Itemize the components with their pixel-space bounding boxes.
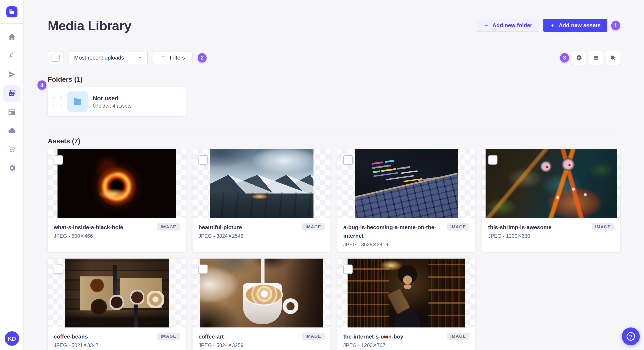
asset-name: what-s-inside-a-black-hole <box>54 223 153 232</box>
asset-type-badge: IMAGE <box>592 223 614 230</box>
mantis-shrimp-photo <box>486 149 617 218</box>
folder-card-not-used[interactable]: Not used 0 folder, 4 assets <box>48 87 186 116</box>
workspace-logo-wrap <box>0 0 24 24</box>
asset-name: the-internet-s-own-boy <box>343 333 442 341</box>
sort-dropdown[interactable]: Most recent uploads <box>68 51 148 64</box>
feather-icon <box>8 51 16 60</box>
asset-card-coffee-beans[interactable]: coffee-beans JPEG - 5021✕3347 IMAGE <box>48 259 186 350</box>
asset-card-internet-own-boy[interactable]: the-internet-s-own-boy JPEG - 1200✕707 I… <box>337 259 475 350</box>
asset-thumbnail <box>482 149 620 218</box>
asset-checkbox[interactable] <box>488 155 498 165</box>
help-fab-button[interactable]: ? <box>622 328 640 345</box>
add-new-assets-button[interactable]: Add new assets <box>543 19 607 32</box>
sidebar-item-releases[interactable] <box>2 65 21 84</box>
asset-meta: JPEG - 5021✕3347 <box>54 342 153 348</box>
home-icon <box>8 33 16 41</box>
asset-checkbox[interactable] <box>198 155 208 165</box>
main-area: Media Library Add new folder Add new ass… <box>24 0 644 350</box>
folder-meta: 0 folder, 4 assets <box>93 103 132 109</box>
list-view-button[interactable] <box>589 50 603 65</box>
asset-type-badge: IMAGE <box>157 333 180 340</box>
asset-info: what-s-inside-a-black-hole JPEG - 800✕46… <box>48 218 186 244</box>
sidebar-item-settings[interactable] <box>2 159 21 177</box>
asset-text: what-s-inside-a-black-hole JPEG - 800✕46… <box>54 223 157 239</box>
add-new-folder-button[interactable]: Add new folder <box>476 19 539 32</box>
asset-info: coffee-beans JPEG - 5021✕3347 IMAGE <box>48 328 186 350</box>
asset-checkbox[interactable] <box>343 155 353 165</box>
section-divider <box>48 128 620 128</box>
asset-card-coffee-art[interactable]: coffee-art JPEG - 5824✕3259 IMAGE <box>192 259 330 350</box>
add-new-assets-label: Add new assets <box>558 22 600 28</box>
asset-checkbox[interactable] <box>343 265 353 274</box>
active-nav-highlight <box>3 85 20 102</box>
asset-info: this-shrimp-is-awesome JPEG - 1200✕630 I… <box>482 218 620 244</box>
asset-name: coffee-art <box>198 333 298 341</box>
asset-info: coffee-art JPEG - 5824✕3259 IMAGE <box>192 328 330 350</box>
sidebar-nav <box>0 24 24 177</box>
coffee-beans-photo <box>65 259 168 328</box>
select-all-checkbox[interactable] <box>52 54 60 62</box>
media-library-app: KD Media Library Add new folder Add new … <box>0 0 644 350</box>
asset-card-beautiful-picture[interactable]: beautiful-picture JPEG - 3824✕2548 IMAGE <box>192 149 330 252</box>
sidebar-item-marketplace[interactable] <box>2 140 21 159</box>
asset-card-bug-meme[interactable]: a-bug-is-becoming-a-meme-on-the-internet… <box>337 149 475 252</box>
paper-plane-icon <box>8 70 16 79</box>
asset-card-shrimp[interactable]: this-shrimp-is-awesome JPEG - 1200✕630 I… <box>482 149 620 252</box>
filters-button[interactable]: Filters <box>153 51 192 64</box>
user-avatar[interactable]: KD <box>5 331 19 346</box>
asset-thumbnail <box>48 259 186 328</box>
asset-text: beautiful-picture JPEG - 3824✕2548 <box>198 223 302 239</box>
asset-meta: JPEG - 5824✕3259 <box>198 342 298 348</box>
asset-thumbnail <box>337 259 475 328</box>
asset-text: the-internet-s-own-boy JPEG - 1200✕707 <box>343 333 447 348</box>
search-button[interactable] <box>606 50 620 65</box>
asset-type-badge: IMAGE <box>157 223 180 230</box>
asset-card-black-hole[interactable]: what-s-inside-a-black-hole JPEG - 800✕46… <box>48 149 186 252</box>
assets-heading: Assets (7) <box>48 137 620 146</box>
asset-name: this-shrimp-is-awesome <box>488 223 587 232</box>
folders-section-header: 4 Folders (1) <box>48 75 620 84</box>
asset-checkbox[interactable] <box>54 265 63 274</box>
settings-icon <box>576 54 582 61</box>
annotation-badge-4: 4 <box>38 80 46 90</box>
asset-thumbnail <box>192 259 330 328</box>
filter-icon <box>160 55 166 60</box>
sidebar-item-media-library[interactable] <box>2 84 21 103</box>
folder-text: Not used 0 folder, 4 assets <box>93 95 132 109</box>
view-controls: 3 <box>560 50 620 65</box>
asset-type-badge: IMAGE <box>302 223 324 230</box>
folder-checkbox[interactable] <box>53 97 62 106</box>
asset-info: a-bug-is-becoming-a-meme-on-the-internet… <box>337 218 475 252</box>
asset-type-badge: IMAGE <box>447 223 469 230</box>
plus-icon <box>550 22 555 28</box>
plus-icon <box>484 22 489 28</box>
asset-checkbox[interactable] <box>54 155 63 165</box>
annotation-badge-3: 3 <box>560 53 569 62</box>
sidebar-item-home[interactable] <box>2 28 21 46</box>
sidebar-item-content-manager[interactable] <box>2 46 21 65</box>
asset-type-badge: IMAGE <box>447 333 469 340</box>
media-settings-button[interactable] <box>572 50 586 65</box>
asset-thumbnail <box>337 149 475 218</box>
content: Media Library Add new folder Add new ass… <box>48 0 620 350</box>
sidebar-item-deploy[interactable] <box>2 121 21 140</box>
layout-icon <box>8 108 16 116</box>
asset-meta: JPEG - 3824✕2548 <box>198 233 298 239</box>
asset-text: this-shrimp-is-awesome JPEG - 1200✕630 <box>488 223 592 239</box>
asset-thumbnail <box>48 149 186 218</box>
latte-art-photo <box>200 259 323 328</box>
asset-text: coffee-art JPEG - 5824✕3259 <box>198 333 302 348</box>
folders-heading: Folders (1) <box>48 75 620 84</box>
asset-checkbox[interactable] <box>198 265 208 274</box>
asset-text: a-bug-is-becoming-a-meme-on-the-internet… <box>343 223 447 248</box>
asset-meta: JPEG - 1200✕630 <box>488 233 587 239</box>
strapi-logo-icon[interactable] <box>6 6 17 17</box>
sidebar-item-content-type-builder[interactable] <box>2 103 21 121</box>
laptop-code-photo <box>354 149 458 218</box>
chevron-down-icon <box>138 55 142 60</box>
asset-meta: JPEG - 1200✕707 <box>343 342 442 348</box>
asset-type-badge: IMAGE <box>302 333 324 340</box>
sidebar: KD <box>0 0 24 350</box>
folder-name: Not used <box>93 95 132 101</box>
select-all-control[interactable] <box>48 51 64 64</box>
